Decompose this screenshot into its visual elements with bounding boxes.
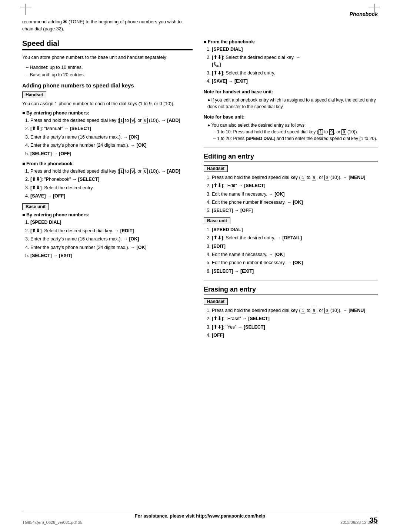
off-fp: [OFF] [53, 193, 65, 199]
step-ed4: Edit the phone number if necessary. → [O… [212, 199, 378, 206]
entering-numbers-section: By entering phone numbers: Press and hol… [22, 110, 193, 157]
key-9: 9 [130, 118, 135, 123]
ok-label: [OK] [129, 134, 139, 140]
note-bu-list: You can also select the desired entry as… [204, 122, 378, 142]
step-e5: [SELECT] → [OFF] [30, 150, 193, 157]
add-label: [ADD] [167, 118, 180, 123]
speed-dial-intro: You can store phone numbers to the base … [22, 54, 193, 61]
menu-er: [MENU] [349, 308, 365, 313]
editing-base-steps: [SPEED DIAL] [⬆⬇]: Select the desired en… [204, 226, 378, 275]
top-intro: recommend adding ✱ (TONE) to the beginni… [22, 19, 185, 33]
nav-fp3: [⬆⬇] [30, 185, 41, 190]
ok-ed3: [OK] [274, 192, 284, 197]
step-edb2: [⬆⬇]: Select the desired entry. → [DETAI… [212, 235, 378, 242]
step-fpb4: [SAVE] → [EXIT] [212, 78, 378, 85]
speed-dial-b1: [SPEED DIAL] [30, 220, 61, 225]
step-fp1: Press and hold the desired speed dial ke… [30, 168, 193, 175]
step-e1: Press and hold the desired speed dial ke… [30, 117, 193, 124]
from-phonebook-b-steps: [SPEED DIAL] [⬆⬇]: Select the desired sp… [204, 46, 378, 85]
from-phonebook-h-heading: From the phonebook: [22, 161, 193, 166]
step-edb6: [SELECT] → [EXIT] [212, 268, 378, 275]
step-b1: [SPEED DIAL] [30, 219, 193, 226]
erasing-title: Erasing an entry [204, 286, 378, 295]
ok-b4: [OK] [137, 245, 147, 250]
note-bu-sub2: 1 to 20: Press [SPEED DIAL] and then ent… [213, 135, 378, 142]
edit-edb3: [EDIT] [212, 244, 226, 249]
editing-handset-steps: Press and hold the desired speed dial ke… [204, 174, 378, 215]
step-e2: [⬆⬇]: "Manual" → [SELECT] [30, 125, 193, 132]
step-ed2: [⬆⬇]: "Edit" → [SELECT] [212, 182, 378, 189]
speed-dial-title: Speed dial [22, 39, 193, 50]
entering-steps: Press and hold the desired speed dial ke… [22, 117, 193, 157]
step-edb4: Edit the name if necessary. → [OK] [212, 251, 378, 258]
entering-base-section: By entering phone numbers: [SPEED DIAL] … [22, 212, 193, 259]
step-ed5: [SELECT] → [OFF] [212, 207, 378, 214]
icon-phone: [📞] [212, 62, 221, 67]
key-fp0: 0 [143, 169, 148, 174]
step-fp2: [⬆⬇]: "Phonebook" → [SELECT] [30, 176, 193, 183]
save-off: [SAVE] [30, 193, 46, 199]
select-fp: [SELECT] [78, 177, 100, 182]
corner-mark-tl-h [20, 7, 31, 7]
speed-dial-list: Handset: up to 10 entries. Base unit: up… [22, 64, 193, 79]
key-fp9: 9 [130, 169, 135, 174]
note-hb-title: Note for handset and base unit: [204, 89, 378, 96]
page-number: 35 [370, 516, 378, 525]
list-item-base: Base unit: up to 20 entries. [26, 71, 193, 79]
nav-edb2: [⬆⬇] [212, 235, 223, 240]
speed-dial-ed: [SPEED DIAL] [212, 227, 243, 232]
off-er4: [OFF] [212, 333, 224, 338]
exit-edb6: [EXIT] [240, 269, 254, 274]
exit-fpb: [EXIT] [234, 79, 248, 84]
add-label2: [ADD] [167, 169, 180, 174]
nav-fpb2: [⬆⬇] [212, 55, 223, 60]
adding-title: Adding phone numbers to speed dial keys [22, 82, 193, 89]
step-er3: [⬆⬇]: "Yes" → [SELECT] [212, 324, 378, 331]
divider-erasing [204, 280, 378, 280]
right-column: From the phonebook: [SPEED DIAL] [⬆⬇]: S… [204, 39, 378, 342]
note-handset-base: Note for handset and base unit: If you e… [204, 89, 378, 110]
nav-b2: [⬆⬇] [30, 228, 41, 233]
badge-editing-handset: Handset [204, 165, 228, 172]
step-b5: [SELECT] → [EXIT] [30, 252, 193, 259]
entering-base-steps: [SPEED DIAL] [⬆⬇]: Select the desired sp… [22, 219, 193, 259]
select-off-ed: [SELECT] [212, 208, 233, 213]
note-base-unit: Note for base unit: You can also select … [204, 114, 378, 142]
note-hb-item: If you edit a phonebook entry which is a… [207, 97, 378, 110]
step-b3: Enter the party's name (16 characters ma… [30, 236, 193, 243]
select-er3: [SELECT] [244, 325, 265, 330]
step-fp3: [⬆⬇]: Select the desired entry. [30, 184, 193, 192]
footer-bottom: TG954x(en)_0628_ver031.pdf 35 2013/06/28… [22, 520, 378, 525]
badge-erasing-handset: Handset [204, 298, 228, 305]
phonebook-header: Phonebook [22, 11, 378, 17]
step-fpb1: [SPEED DIAL] [212, 46, 378, 53]
corner-mark-tl-v [25, 4, 26, 15]
badge-base-unit: Base unit [22, 203, 49, 210]
select-ed2: [SELECT] [244, 183, 266, 188]
off-label: [OFF] [59, 151, 71, 156]
entering-base-heading: By entering phone numbers: [22, 212, 193, 217]
nav-fp: [⬆⬇] [30, 177, 41, 182]
badge-editing-base: Base unit [204, 217, 230, 224]
nav-icon: [⬆⬇] [30, 126, 41, 131]
key-bu9: 9 [329, 129, 334, 135]
divider-editing [204, 147, 378, 147]
step-fpb3: [⬆⬇]: Select the desired entry. [212, 70, 378, 77]
step-er4: [OFF] [212, 332, 378, 339]
from-phonebook-h-steps: Press and hold the desired speed dial ke… [22, 168, 193, 200]
step-er1: Press and hold the desired speed dial ke… [212, 307, 378, 314]
from-phonebook-h-section: From the phonebook: Press and hold the d… [22, 161, 193, 200]
page: Phonebook recommend adding ✱ (TONE) to t… [0, 0, 400, 532]
step-b4: Enter the party's phone number (24 digit… [30, 244, 193, 251]
key-bu0: 0 [341, 129, 346, 135]
step-b2: [⬆⬇]: Select the desired speed dial key.… [30, 227, 193, 235]
step-fp4: [SAVE] → [OFF] [30, 193, 193, 200]
ok-label2: [OK] [137, 143, 147, 148]
ok-edb4: [OK] [274, 252, 284, 257]
note-hb-list: If you edit a phonebook entry which is a… [204, 97, 378, 110]
note-bu-title: Note for base unit: [204, 114, 378, 121]
key-0: 0 [143, 118, 148, 123]
step-fpb2: [⬆⬇]: Select the desired speed dial key.… [212, 54, 378, 69]
select-exit-b: [SELECT] [30, 253, 52, 258]
nav-er3: [⬆⬇] [212, 325, 223, 330]
